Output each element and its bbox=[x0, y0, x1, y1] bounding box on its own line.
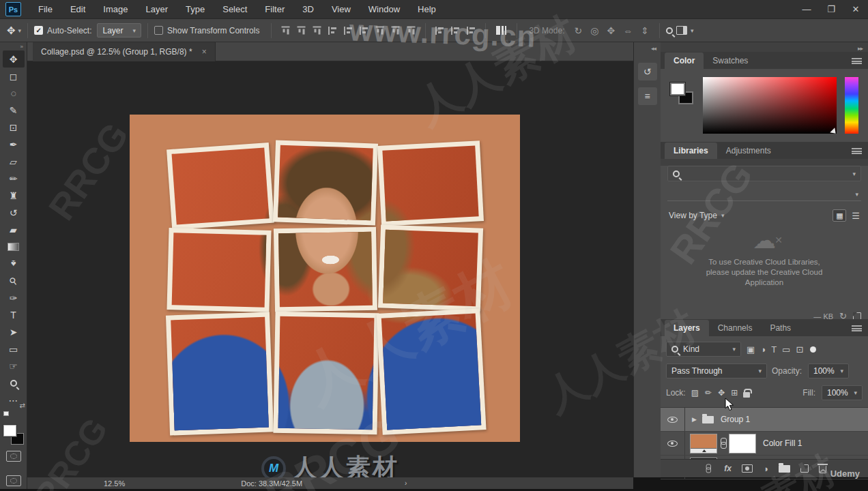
workspace-icon[interactable] bbox=[676, 26, 687, 35]
collage-tile[interactable] bbox=[273, 312, 379, 435]
library-select-dropdown[interactable]: ▾ bbox=[667, 188, 861, 201]
link-layers-icon[interactable] bbox=[706, 464, 710, 473]
tab-paths[interactable]: Paths bbox=[761, 320, 800, 336]
menu-type[interactable]: Type bbox=[177, 0, 214, 18]
menu-select[interactable]: Select bbox=[214, 0, 256, 18]
align-bottom-edges-icon[interactable] bbox=[313, 26, 321, 35]
default-colors-icon[interactable]: ⇄ bbox=[3, 411, 13, 419]
new-group-icon[interactable] bbox=[779, 465, 790, 473]
collage-tile[interactable] bbox=[377, 140, 484, 226]
move-tool[interactable]: ✥ bbox=[3, 50, 25, 68]
panel-menu-icon[interactable] bbox=[852, 325, 862, 331]
quick-mask-button[interactable] bbox=[6, 451, 21, 462]
artboard[interactable] bbox=[130, 115, 520, 442]
tab-libraries[interactable]: Libraries bbox=[665, 143, 717, 159]
dodge-tool[interactable]: ⚲ bbox=[3, 272, 25, 289]
swap-colors-icon[interactable]: ⇄ bbox=[20, 402, 25, 409]
layer-mask-thumbnail[interactable] bbox=[729, 434, 756, 453]
align-right-edges-icon[interactable] bbox=[360, 27, 368, 35]
distribute-bottom-edges-icon[interactable] bbox=[407, 26, 416, 35]
distribute-right-edges-icon[interactable] bbox=[467, 27, 476, 35]
visibility-cell[interactable] bbox=[661, 432, 685, 455]
new-adjustment-layer-icon[interactable]: ◑ bbox=[763, 464, 768, 474]
filter-smart-objects-icon[interactable]: ⊡ bbox=[796, 344, 803, 355]
distribute-vertical-centers-icon[interactable] bbox=[392, 26, 400, 35]
layer-row-group-1[interactable]: ▶ Group 1 bbox=[661, 408, 868, 432]
lock-artboard-icon[interactable]: ⊞ bbox=[731, 388, 738, 398]
layer-style-icon[interactable]: fx bbox=[724, 464, 732, 473]
foreground-color-swatch[interactable] bbox=[3, 425, 16, 436]
pen-tool[interactable]: ✑ bbox=[3, 289, 25, 306]
menu-filter[interactable]: Filter bbox=[256, 0, 293, 18]
auto-select-target-dropdown[interactable]: Layer ▾ bbox=[97, 23, 141, 38]
menu-edit[interactable]: Edit bbox=[61, 0, 94, 18]
fill-dropdown[interactable]: 100% ▾ bbox=[822, 385, 863, 400]
zoom-level-field[interactable]: 12.5% bbox=[104, 479, 125, 488]
collage-tile[interactable] bbox=[273, 140, 378, 225]
zoom-tool[interactable] bbox=[3, 374, 25, 391]
view-by-type-label[interactable]: View by Type bbox=[669, 211, 717, 220]
menu-help[interactable]: Help bbox=[409, 0, 445, 18]
filter-adjustment-layers-icon[interactable]: ◑ bbox=[760, 344, 766, 355]
lock-position-icon[interactable]: ✥ bbox=[718, 388, 725, 398]
3d-scale-icon[interactable]: ⇕ bbox=[641, 25, 649, 36]
menu-file[interactable]: File bbox=[29, 0, 61, 18]
collage-tile[interactable] bbox=[167, 143, 274, 230]
show-transform-checkbox[interactable] bbox=[154, 26, 163, 35]
rectangular-marquee-tool[interactable]: ◻ bbox=[3, 68, 25, 85]
3d-roll-icon[interactable]: ◎ bbox=[590, 25, 598, 36]
menu-window[interactable]: Window bbox=[360, 0, 409, 18]
collage-tile[interactable] bbox=[376, 308, 486, 435]
panel-menu-icon[interactable] bbox=[852, 148, 862, 154]
toolbar-expand-icon[interactable]: » bbox=[20, 42, 27, 50]
blend-mode-dropdown[interactable]: Pass Through ▾ bbox=[666, 363, 767, 378]
expand-group-icon[interactable]: ▶ bbox=[692, 416, 697, 423]
close-tab-icon[interactable]: × bbox=[202, 47, 207, 57]
tab-channels[interactable]: Channels bbox=[709, 320, 762, 336]
lasso-tool[interactable]: ◌ bbox=[3, 85, 25, 102]
quick-selection-tool[interactable]: ✎ bbox=[3, 102, 25, 119]
minimize-icon[interactable]: — bbox=[794, 0, 819, 18]
hue-slider[interactable] bbox=[845, 77, 858, 134]
eyedropper-tool[interactable]: ✒ bbox=[3, 136, 25, 153]
spot-healing-brush-tool[interactable]: ▱ bbox=[3, 153, 25, 170]
grid-view-icon[interactable]: ▦ bbox=[833, 209, 846, 222]
menu-view[interactable]: View bbox=[323, 0, 360, 18]
foreground-background-swatches[interactable] bbox=[3, 425, 24, 445]
collage-tile[interactable] bbox=[167, 228, 271, 312]
rectangle-tool[interactable]: ▭ bbox=[3, 340, 25, 357]
collage-tile[interactable] bbox=[166, 312, 274, 435]
lock-all-icon[interactable] bbox=[743, 392, 750, 398]
path-selection-tool[interactable]: ➤ bbox=[3, 323, 25, 340]
filter-shape-layers-icon[interactable]: ▭ bbox=[782, 344, 790, 355]
eraser-tool[interactable]: ▰ bbox=[3, 221, 25, 238]
expand-panels-icon[interactable]: ▸▸ bbox=[858, 45, 863, 52]
3d-orbit-icon[interactable]: ↻ bbox=[574, 25, 582, 36]
collage-tile[interactable] bbox=[378, 224, 483, 311]
opacity-dropdown[interactable]: 100% ▾ bbox=[808, 363, 849, 378]
blur-tool[interactable]: ♠ bbox=[3, 255, 25, 272]
eye-icon[interactable] bbox=[667, 441, 678, 447]
document-tab[interactable]: Collage.psd @ 12.5% (Group 1, RGB/8) * × bbox=[33, 42, 216, 61]
align-top-edges-icon[interactable] bbox=[282, 26, 290, 35]
type-tool[interactable]: T bbox=[3, 306, 25, 323]
align-horizontal-centers-icon[interactable] bbox=[344, 27, 353, 35]
canvas-area[interactable]: M 人人素材 bbox=[27, 61, 633, 477]
close-icon[interactable]: ✕ bbox=[843, 0, 868, 18]
tab-color[interactable]: Color bbox=[665, 53, 704, 69]
collapse-panels-icon[interactable]: ◂◂ bbox=[651, 45, 656, 52]
saturation-brightness-field[interactable] bbox=[703, 77, 837, 134]
foreground-color-swatch[interactable] bbox=[670, 83, 685, 95]
history-panel-button[interactable]: ↺ bbox=[638, 63, 657, 80]
filter-pixel-layers-icon[interactable]: ▣ bbox=[747, 344, 755, 355]
3d-drag-icon[interactable]: ✥ bbox=[607, 25, 615, 36]
tool-preset-button[interactable]: ✥ ▾ bbox=[7, 25, 21, 37]
tab-adjustments[interactable]: Adjustments bbox=[717, 143, 780, 159]
lock-image-pixels-icon[interactable]: ✏ bbox=[705, 388, 712, 398]
brush-tool[interactable]: ✏ bbox=[3, 170, 25, 187]
menu-3d[interactable]: 3D bbox=[293, 0, 323, 18]
history-brush-tool[interactable]: ↺ bbox=[3, 204, 25, 221]
restore-icon[interactable]: ❐ bbox=[819, 0, 843, 18]
distribute-spacing-icon[interactable] bbox=[496, 26, 506, 35]
properties-panel-button[interactable]: ≡ bbox=[638, 87, 657, 105]
